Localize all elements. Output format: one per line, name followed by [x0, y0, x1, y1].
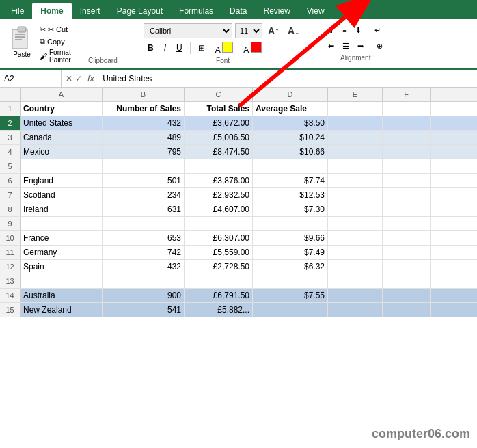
cell-b14[interactable]: 900	[103, 289, 185, 302]
cell-a10[interactable]: France	[21, 231, 103, 245]
cell-f2[interactable]	[383, 116, 431, 130]
cell-e10[interactable]	[328, 231, 383, 245]
cell-d6[interactable]: $7.74	[253, 174, 328, 187]
cell-b12[interactable]: 432	[103, 260, 185, 274]
cell-c5[interactable]	[185, 159, 253, 173]
cell-e6[interactable]	[328, 174, 383, 187]
cell-b10[interactable]: 653	[103, 231, 185, 245]
tab-home[interactable]: Home	[32, 3, 71, 19]
decrease-font-button[interactable]: A↓	[285, 25, 302, 37]
confirm-formula-icon[interactable]: ✓	[75, 74, 82, 83]
cell-d2[interactable]: $8.50	[253, 116, 328, 130]
cell-b5[interactable]	[103, 159, 185, 173]
cell-f3[interactable]	[383, 131, 431, 144]
font-color-button[interactable]: A	[239, 40, 266, 55]
cell-d10[interactable]: $9.66	[253, 231, 328, 245]
cell-a2[interactable]: United States	[21, 116, 103, 130]
align-right-button[interactable]: ➡	[354, 39, 367, 53]
cell-e14[interactable]	[328, 289, 383, 302]
cell-d8[interactable]: $7.30	[253, 202, 328, 216]
tab-file[interactable]: File	[3, 3, 32, 19]
cell-b3[interactable]: 489	[103, 131, 185, 144]
copy-button[interactable]: ⧉ Copy	[38, 36, 72, 47]
cell-b6[interactable]: 501	[103, 174, 185, 187]
cell-d9[interactable]	[253, 217, 328, 230]
wrap-text-button[interactable]: ↵	[371, 23, 384, 37]
cancel-formula-icon[interactable]: ✕	[66, 74, 72, 83]
cell-f8[interactable]	[383, 202, 431, 216]
cell-d11[interactable]: $7.49	[253, 246, 328, 259]
cell-b8[interactable]: 631	[103, 202, 185, 216]
cell-f6[interactable]	[383, 174, 431, 187]
cell-d4[interactable]: $10.66	[253, 145, 328, 159]
align-left-button[interactable]: ⬅	[325, 39, 338, 53]
cell-a14[interactable]: Australia	[21, 289, 103, 302]
cell-c15[interactable]: £5,882...	[185, 303, 253, 317]
cell-f5[interactable]	[383, 159, 431, 173]
cell-a7[interactable]: Scotland	[21, 188, 103, 202]
cell-c11[interactable]: £5,559.00	[185, 246, 253, 259]
cell-c12[interactable]: £2,728.50	[185, 260, 253, 274]
cell-e8[interactable]	[328, 202, 383, 216]
cell-a15[interactable]: New Zealand	[21, 303, 103, 317]
cell-a3[interactable]: Canada	[21, 131, 103, 144]
col-header-a[interactable]: A	[21, 88, 103, 101]
cell-e7[interactable]	[328, 188, 383, 202]
cell-e3[interactable]	[328, 131, 383, 144]
cell-a4[interactable]: Mexico	[21, 145, 103, 159]
cell-e13[interactable]	[328, 274, 383, 288]
cell-d5[interactable]	[253, 159, 328, 173]
cell-f9[interactable]	[383, 217, 431, 230]
cell-e2[interactable]	[328, 116, 383, 130]
cell-a5[interactable]	[21, 159, 103, 173]
align-center-button[interactable]: ☰	[339, 39, 353, 53]
align-bottom-button[interactable]: ⬇	[352, 23, 365, 37]
cell-f15[interactable]	[383, 303, 431, 317]
cell-a6[interactable]: England	[21, 174, 103, 187]
cell-f7[interactable]	[383, 188, 431, 202]
tab-page-layout[interactable]: Page Layout	[109, 3, 171, 19]
cell-d12[interactable]: $6.32	[253, 260, 328, 274]
cell-d15[interactable]	[253, 303, 328, 317]
cell-e15[interactable]	[328, 303, 383, 317]
cell-b11[interactable]: 742	[103, 246, 185, 259]
cell-c6[interactable]: £3,876.00	[185, 174, 253, 187]
tab-formulas[interactable]: Formulas	[171, 3, 221, 19]
cell-c10[interactable]: £6,307.00	[185, 231, 253, 245]
cell-f14[interactable]	[383, 289, 431, 302]
cell-c4[interactable]: £8,474.50	[185, 145, 253, 159]
align-middle-button[interactable]: ≡	[339, 23, 350, 37]
tab-view[interactable]: View	[299, 3, 333, 19]
cell-c1[interactable]: Total Sales	[185, 102, 253, 116]
cell-b4[interactable]: 795	[103, 145, 185, 159]
bold-button[interactable]: B	[144, 40, 158, 55]
cell-a9[interactable]	[21, 217, 103, 230]
font-size-select[interactable]: 11	[235, 23, 262, 38]
cell-c9[interactable]	[185, 217, 253, 230]
cell-d14[interactable]: $7.55	[253, 289, 328, 302]
tab-review[interactable]: Review	[255, 3, 298, 19]
cut-button[interactable]: ✂ ✂ Cut	[38, 25, 72, 35]
increase-font-button[interactable]: A↑	[265, 25, 282, 37]
cell-a8[interactable]: Ireland	[21, 202, 103, 216]
cell-e5[interactable]	[328, 159, 383, 173]
cell-d1[interactable]: Average Sale	[253, 102, 328, 116]
cell-b9[interactable]	[103, 217, 185, 230]
cell-a1[interactable]: Country	[21, 102, 103, 116]
cell-c13[interactable]	[185, 274, 253, 288]
cell-a12[interactable]: Spain	[21, 260, 103, 274]
cell-e12[interactable]	[328, 260, 383, 274]
font-name-select[interactable]: Calibri	[144, 23, 232, 38]
cell-d7[interactable]: $12.53	[253, 188, 328, 202]
col-header-c[interactable]: C	[185, 88, 253, 101]
col-header-f[interactable]: F	[383, 88, 431, 101]
formula-input[interactable]	[98, 74, 477, 83]
align-top-button[interactable]: ⬆	[325, 23, 338, 37]
underline-button[interactable]: U	[172, 40, 187, 55]
cell-b13[interactable]	[103, 274, 185, 288]
tab-data[interactable]: Data	[221, 3, 255, 19]
tab-insert[interactable]: Insert	[72, 3, 109, 19]
cell-f13[interactable]	[383, 274, 431, 288]
paste-button[interactable]	[10, 23, 34, 51]
cell-e1[interactable]	[328, 102, 383, 116]
